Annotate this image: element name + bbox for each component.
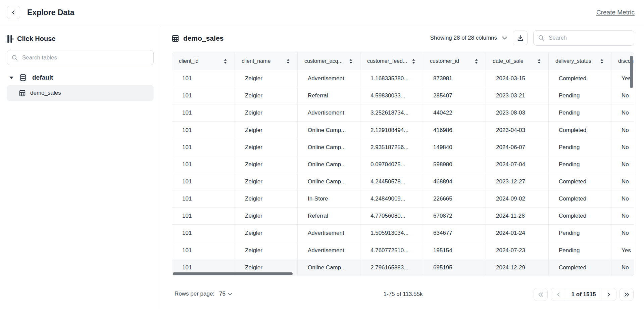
search-icon — [538, 35, 544, 41]
table-row[interactable]: 101ZeiglerOnline Camp...2.935187256...14… — [172, 139, 634, 156]
table-cell: 2024-11-28 — [486, 208, 549, 224]
table-cell: Zeigler — [235, 190, 298, 207]
download-button[interactable] — [513, 31, 528, 45]
table-cell: In-Store — [298, 190, 360, 207]
column-header[interactable]: date_of_sale — [486, 52, 549, 70]
table-cell: Advertisement — [298, 70, 360, 87]
column-header[interactable]: client_name — [235, 52, 298, 70]
table-cell: No — [611, 208, 634, 224]
table-row[interactable]: 101ZeiglerAdvertisement1.505913034...634… — [172, 225, 634, 242]
table-row[interactable]: 101ZeiglerOnline Camp...4.24450578...468… — [172, 173, 634, 190]
datasource-header: Click House — [7, 35, 55, 43]
column-header-label: client_name — [242, 58, 270, 64]
table-cell: Completed — [549, 259, 611, 276]
column-header-label: customer_id — [430, 58, 459, 64]
table-row[interactable]: 101ZeiglerIn-Store4.24849009...226665202… — [172, 190, 634, 208]
column-header-label: customer_feed... — [367, 58, 407, 64]
column-header[interactable]: delivery_status — [549, 52, 611, 70]
table-cell: 2023-12-27 — [486, 173, 549, 190]
sort-arrows-icon[interactable] — [224, 59, 227, 64]
table-cell: Referral — [298, 208, 360, 224]
sidebar: Click House default demo_sales — [0, 27, 161, 309]
table-cell: Referral — [298, 87, 360, 104]
table-cell: No — [611, 139, 634, 156]
sidebar-item-demo-sales[interactable]: demo_sales — [7, 85, 154, 101]
table-cell: Online Camp... — [298, 173, 360, 190]
pagination: 1 of 1515 — [534, 288, 634, 301]
table-cell: 2023-08-03 — [486, 104, 549, 121]
columns-visibility-dropdown[interactable]: Showing 28 of 28 columns — [430, 35, 507, 41]
horizontal-scrollbar[interactable] — [173, 272, 293, 275]
table-cell: 2024-07-23 — [486, 242, 549, 259]
data-table: client_id client_name customer_acq... cu… — [172, 52, 634, 276]
table-cell: 101 — [172, 70, 235, 87]
table-cell: 1.168335380... — [360, 70, 423, 87]
main-panel: demo_sales Showing 28 of 28 columns clie… — [161, 27, 644, 309]
first-page-button[interactable] — [534, 288, 548, 301]
table-cell: 598980 — [423, 156, 486, 173]
column-header-label: customer_acq... — [304, 58, 343, 64]
create-metric-link[interactable]: Create Metric — [596, 9, 635, 16]
sort-arrows-icon[interactable] — [349, 59, 353, 64]
table-cell: 195154 — [423, 242, 486, 259]
table-cell: 101 — [172, 190, 235, 207]
table-cell: 670872 — [423, 208, 486, 224]
table-cell: 440422 — [423, 104, 486, 121]
table-row[interactable]: 101ZeiglerAdvertisement4.760772510...195… — [172, 242, 634, 259]
table-cell: 4.24849009... — [360, 190, 423, 207]
table-cell: No — [611, 190, 634, 207]
column-header[interactable]: customer_id — [423, 52, 486, 70]
caret-down-icon[interactable] — [9, 76, 14, 79]
table-cell: Online Camp... — [298, 122, 360, 138]
table-row[interactable]: 101ZeiglerReferral4.59830033...285407202… — [172, 87, 634, 104]
table-cell: 634677 — [423, 225, 486, 241]
sidebar-item-database-default[interactable]: default — [9, 71, 53, 84]
previous-page-button[interactable] — [551, 288, 566, 301]
back-button[interactable] — [7, 6, 20, 19]
table-row[interactable]: 101ZeiglerReferral4.77056080...670872202… — [172, 208, 634, 225]
table-cell: 2024-12-29 — [486, 259, 549, 276]
sort-arrows-icon[interactable] — [412, 59, 415, 64]
table-row[interactable]: 101ZeiglerOnline Camp...0.09704075...598… — [172, 156, 634, 173]
table-cell: 101 — [172, 225, 235, 241]
search-tables-input[interactable] — [21, 54, 149, 61]
sort-arrows-icon[interactable] — [600, 59, 604, 64]
table-cell: Advertisement — [298, 104, 360, 121]
table-row[interactable]: 101ZeiglerAdvertisement1.168335380...873… — [172, 70, 634, 87]
table-cell: Zeigler — [235, 156, 298, 173]
column-header[interactable]: client_id — [172, 52, 235, 70]
table-cell: 1.505913034... — [360, 225, 423, 241]
sort-arrows-icon[interactable] — [475, 59, 478, 64]
page-navigator: 1 of 1515 — [551, 288, 616, 301]
sort-arrows-icon[interactable] — [286, 59, 290, 64]
chevron-left-icon — [11, 10, 16, 15]
table-cell: 4.760772510... — [360, 242, 423, 259]
next-page-button[interactable] — [601, 288, 616, 301]
sort-arrows-icon[interactable] — [537, 59, 541, 64]
table-cell: 2024-06-07 — [486, 139, 549, 156]
table-cell: Pending — [549, 242, 611, 259]
vertical-scrollbar[interactable] — [630, 56, 633, 88]
table-cell: 149840 — [423, 139, 486, 156]
table-cell: 2023-04-03 — [486, 122, 549, 138]
table-cell: 101 — [172, 156, 235, 173]
table-cell: 0.09704075... — [360, 156, 423, 173]
table-cell: Completed — [549, 208, 611, 224]
table-cell: 285407 — [423, 87, 486, 104]
column-header-label: client_id — [179, 58, 199, 64]
datasource-name: Click House — [17, 35, 55, 43]
last-page-button[interactable] — [620, 288, 634, 301]
table-cell: 101 — [172, 208, 235, 224]
table-row[interactable]: 101ZeiglerOnline Camp...2.129108494...41… — [172, 122, 634, 139]
column-header[interactable]: customer_feed... — [360, 52, 423, 70]
database-name: default — [32, 74, 53, 81]
column-header[interactable]: customer_acq... — [298, 52, 360, 70]
table-cell: 2024-07-04 — [486, 156, 549, 173]
table-cell: 101 — [172, 242, 235, 259]
table-cell: No — [611, 104, 634, 121]
table-row[interactable]: 101ZeiglerAdvertisement3.252618734...440… — [172, 104, 634, 122]
table-search-input[interactable] — [548, 34, 629, 42]
sidebar-table-label: demo_sales — [30, 90, 61, 96]
table-title: demo_sales — [183, 34, 224, 42]
table-header-row: client_id client_name customer_acq... cu… — [172, 52, 634, 70]
